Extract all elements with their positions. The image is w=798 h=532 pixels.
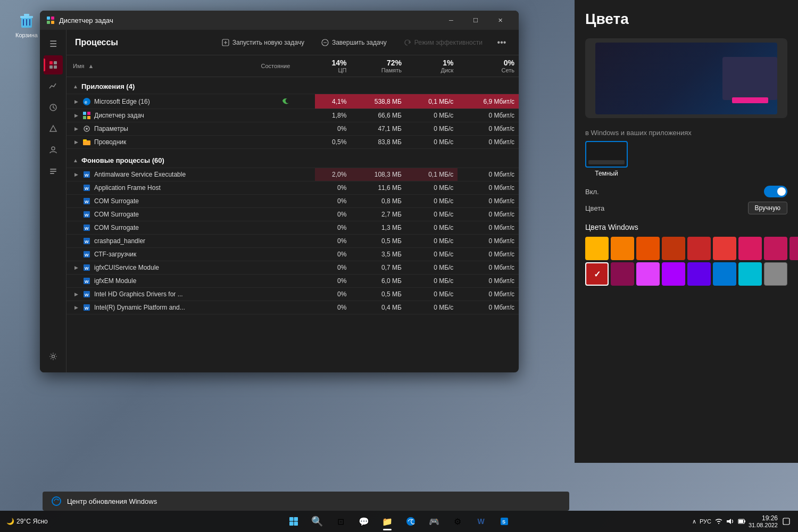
table-row[interactable]: W COM Surrogate 0% 0,8 МБ 0 МБ/с 0 Мбит/… [66, 195, 519, 208]
fileexplorer-button[interactable]: 📁 [377, 511, 398, 532]
search-button[interactable]: 🔍 [306, 511, 328, 532]
table-row[interactable]: W СТF-загрузчик 0% 3,5 МБ 0 МБ/с 0 Мбит/… [66, 248, 519, 261]
end-task-button[interactable]: Завершить задачу [315, 36, 393, 49]
minimize-button[interactable]: ─ [439, 11, 463, 30]
svg-rect-30 [83, 116, 86, 119]
color-swatch-1[interactable] [585, 237, 609, 260]
color-swatch-9[interactable] [789, 237, 798, 260]
svg-rect-70 [783, 518, 789, 525]
notification-area[interactable] [781, 516, 792, 527]
expand-icon[interactable]: ▶ [73, 171, 79, 178]
sidebar-settings-btn[interactable] [44, 347, 63, 366]
table-row[interactable]: W crashpad_handler 0% 0,5 МБ 0 МБ/с 0 Мб… [66, 235, 519, 248]
col-disk[interactable]: 1% Диск [406, 55, 458, 77]
taskmanager-body: ☰ [40, 30, 519, 372]
col-memory[interactable]: 72% Память [351, 55, 406, 77]
color-swatch-12[interactable] [636, 262, 660, 286]
color-swatch-4[interactable] [662, 237, 685, 260]
svg-text:W: W [85, 173, 89, 178]
table-body: ▲ Приложения (4) ▶ e [66, 77, 519, 314]
color-swatch-15[interactable] [713, 262, 736, 286]
svg-text:W: W [85, 279, 89, 284]
toggle-btn[interactable] [764, 186, 787, 197]
taskview-button[interactable]: ⊡ [330, 511, 351, 532]
svg-rect-35 [83, 139, 87, 141]
svg-text:W: W [85, 239, 89, 244]
new-task-button[interactable]: Запустить новую задачу [215, 36, 311, 49]
color-swatch-8[interactable] [764, 237, 787, 260]
table-row[interactable]: W COM Surrogate 0% 1,3 МБ 0 МБ/с 0 Мбит/… [66, 221, 519, 235]
color-swatch-17[interactable] [764, 262, 787, 286]
settings-taskbar-button[interactable]: ⚙ [447, 511, 468, 532]
color-swatch-11[interactable] [611, 262, 634, 286]
table-row[interactable]: ▶ Диспетчер задач [66, 109, 519, 122]
expand-icon[interactable]: ▶ [73, 126, 79, 132]
sidebar-menu-btn[interactable]: ☰ [44, 34, 63, 53]
store-button[interactable]: S [494, 511, 515, 532]
table-row[interactable]: ▶ W Antimalware Service Executable [66, 168, 519, 181]
col-network[interactable]: 0% Сеть [458, 55, 519, 77]
color-swatch-2[interactable] [611, 237, 634, 260]
col-name[interactable]: Имя ▲ [66, 55, 256, 77]
col-status[interactable]: Состояние [256, 55, 314, 77]
xbox-button[interactable]: 🎮 [423, 511, 445, 532]
chat-button[interactable]: 💬 [353, 511, 375, 532]
color-swatch-selected[interactable] [585, 262, 609, 286]
table-row[interactable]: ▶ Параметры 0% [66, 122, 519, 136]
svg-text:e: e [85, 99, 87, 105]
svg-point-20 [52, 355, 54, 358]
color-swatch-3[interactable] [636, 237, 660, 260]
col-cpu[interactable]: 14% ЦП [315, 55, 351, 77]
page-title: Процессы [75, 38, 211, 47]
expand-icon[interactable]: ▶ [73, 112, 79, 119]
windows-update-label: Центр обновления Windows [67, 497, 157, 505]
wifi-icon [714, 518, 723, 525]
svg-text:W: W [85, 226, 89, 231]
color-swatch-7[interactable] [738, 237, 762, 260]
expand-icon[interactable]: ▶ [73, 98, 79, 105]
settings-icon: ⚙ [454, 517, 461, 527]
table-row[interactable]: ▶ e Microsoft Edge (16) 4,1% 538,8 МБ [66, 94, 519, 109]
toggle-row: Вкл. [585, 186, 787, 197]
maximize-button[interactable]: ☐ [463, 11, 488, 30]
accent-select-row: Цвета Вручную [585, 202, 787, 214]
edge-button[interactable] [400, 511, 421, 532]
svg-rect-28 [83, 112, 86, 115]
svg-rect-13 [54, 65, 57, 69]
table-row[interactable]: ▶ Проводник 0,5% [66, 136, 519, 149]
svg-rect-69 [744, 520, 745, 522]
sidebar-users-btn[interactable] [44, 140, 63, 160]
close-button[interactable]: ✕ [488, 11, 512, 30]
accent-select-btn[interactable]: Вручную [748, 202, 787, 214]
sidebar-details-btn[interactable] [44, 162, 63, 181]
expand-icon[interactable]: ▶ [73, 264, 79, 271]
toolbar-more-button[interactable]: ••• [493, 34, 510, 51]
table-row[interactable]: W Application Frame Host 0% 11,6 МБ 0 МБ… [66, 181, 519, 195]
start-button[interactable] [283, 511, 304, 532]
color-swatch-16[interactable] [738, 262, 762, 286]
process-table-container[interactable]: Имя ▲ Состояние 14% ЦП [66, 55, 519, 372]
color-swatch-5[interactable] [687, 237, 711, 260]
table-row[interactable]: W COM Surrogate 0% 2,7 МБ 0 МБ/с 0 Мбит/… [66, 208, 519, 221]
expand-icon[interactable]: ▶ [73, 291, 79, 297]
table-row[interactable]: W igfxEM Module 0% 6,0 МБ 0 МБ/с 0 Мбит/… [66, 275, 519, 288]
efficiency-mode-button[interactable]: Режим эффективности [397, 36, 489, 49]
sidebar-performance-btn[interactable] [44, 77, 63, 96]
weather-widget[interactable]: 🌙 29°C Ясно [6, 518, 48, 525]
color-swatch-13[interactable] [662, 262, 685, 286]
table-row[interactable]: ▶ W Intel(R) Dynamic Platform and... [66, 301, 519, 314]
expand-icon[interactable]: ▶ [73, 304, 79, 311]
table-row[interactable]: ▶ W igfxCUIService Module [66, 261, 519, 275]
table-row[interactable]: ▶ W Intel HD Graphics Drivers for ... [66, 288, 519, 301]
color-swatch-14[interactable] [687, 262, 711, 286]
clock[interactable]: 19:26 31.08.2022 [749, 514, 778, 528]
search-icon: 🔍 [311, 516, 323, 527]
expand-icon[interactable]: ▶ [73, 139, 79, 145]
sidebar-apphistory-btn[interactable] [44, 98, 63, 117]
word-button[interactable]: W [470, 511, 492, 532]
theme-dark-option[interactable]: Темный [585, 141, 628, 177]
sidebar-processes-btn[interactable] [44, 55, 63, 74]
color-swatch-6[interactable] [713, 237, 736, 260]
recycle-bin-icon[interactable]: Корзина [11, 11, 43, 38]
sidebar-startup-btn[interactable] [44, 119, 63, 138]
